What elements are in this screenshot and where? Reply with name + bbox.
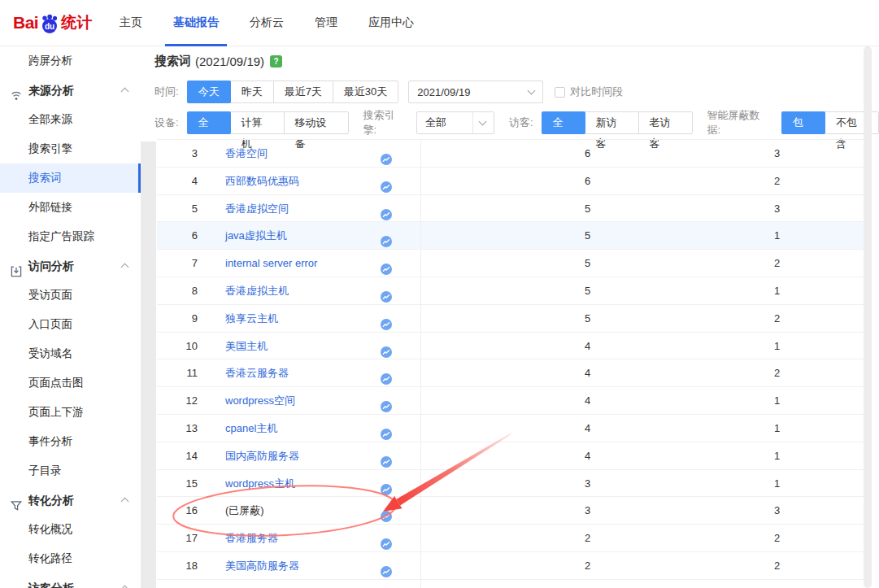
time-option-0[interactable]: 今天 <box>187 81 231 103</box>
search-term-link[interactable]: 西部数码优惠码 <box>225 168 299 195</box>
trend-chart-icon[interactable] <box>381 313 392 324</box>
nav-tab-home[interactable]: 主页 <box>111 0 150 46</box>
table-row: 5香港虚拟空间53 <box>157 195 866 223</box>
sidebar-item-cross-screen-analysis[interactable]: 跨屏分析 <box>0 46 141 76</box>
sidebar-item-label: 事件分析 <box>28 427 72 456</box>
search-term-link[interactable]: 国内高防服务器 <box>225 442 299 470</box>
sidebar-item-label: 页面上下游 <box>28 398 84 427</box>
time-option-1[interactable]: 昨天 <box>230 81 273 102</box>
trend-chart-icon[interactable] <box>381 505 392 516</box>
search-term-link[interactable]: 香港虚拟空间 <box>225 195 289 223</box>
search-term-link[interactable]: 美国主机 <box>225 333 268 360</box>
search-term-link[interactable]: 香港空间 <box>225 140 268 168</box>
time-option-3[interactable]: 最近30天 <box>333 81 398 102</box>
trend-chart-icon[interactable] <box>381 395 392 407</box>
sidebar-item-search-terms[interactable]: 搜索词 <box>0 163 141 193</box>
row-rank: 4 <box>157 168 198 195</box>
shield-option-0[interactable]: 包含 <box>781 111 825 134</box>
row-rank: 3 <box>157 140 198 168</box>
trend-chart-icon[interactable] <box>381 148 392 159</box>
device-option-2[interactable]: 移动设备 <box>284 112 348 133</box>
sidebar-item-source-analysis[interactable]: 来源分析 <box>0 76 141 105</box>
visitor-option-2[interactable]: 老访客 <box>638 112 692 133</box>
search-term-link[interactable]: 美国高防服务器 <box>225 552 299 580</box>
visitor-option-1[interactable]: 新访客 <box>585 112 638 133</box>
metric-value-1: 6 <box>420 168 755 194</box>
trend-chart-icon[interactable] <box>381 203 392 215</box>
trend-chart-icon[interactable] <box>381 285 392 297</box>
time-option-2[interactable]: 最近7天 <box>273 81 333 102</box>
sidebar-item-visitor-analysis[interactable]: 访客分析 <box>0 573 141 588</box>
table-row: 18美国高防服务器22 <box>157 552 866 580</box>
trend-chart-icon[interactable] <box>381 451 392 462</box>
nav-tab-analytics-cloud[interactable]: 分析云 <box>242 0 292 46</box>
sidebar-item-event-analysis[interactable]: 事件分析 <box>0 427 141 456</box>
trend-chart-icon[interactable] <box>381 176 392 187</box>
row-rank: 11 <box>157 359 198 387</box>
search-term-link[interactable]: 香港云服务器 <box>225 359 289 387</box>
trend-chart-icon[interactable] <box>381 478 392 490</box>
nav-tab-management[interactable]: 管理 <box>307 0 346 46</box>
metric-value-1: 6 <box>420 140 755 167</box>
time-range-group: 今天昨天最近7天最近30天 <box>187 81 399 103</box>
row-metrics: 53 <box>420 195 866 222</box>
search-term-link[interactable]: wordpress主机 <box>225 470 295 498</box>
sidebar-item-visited-pages[interactable]: 受访页面 <box>0 281 141 310</box>
compare-checkbox[interactable] <box>555 87 565 98</box>
nav-tab-basic-report[interactable]: 基础报告 <box>165 0 227 46</box>
search-term-link[interactable]: 香港服务器 <box>225 525 278 552</box>
sidebar-item-conversion-analysis[interactable]: 转化分析 <box>0 486 141 515</box>
search-term-link[interactable]: java虚拟主机 <box>225 222 287 250</box>
trend-chart-icon[interactable] <box>381 423 392 434</box>
sidebar-item-ad-tracking[interactable]: 指定广告跟踪 <box>0 222 141 251</box>
date-picker[interactable]: 2021/09/19 <box>408 81 543 103</box>
baidu-tongji-logo[interactable]: Bai du 统计 <box>0 12 99 34</box>
metric-value-2: 3 <box>755 195 866 222</box>
trend-chart-icon[interactable] <box>381 368 392 379</box>
device-option-1[interactable]: 计算机 <box>230 112 284 133</box>
chevron-up-icon <box>121 498 129 506</box>
trend-chart-icon[interactable] <box>381 230 392 242</box>
sidebar-item-visited-domains[interactable]: 受访域名 <box>0 339 141 368</box>
trend-chart-icon[interactable] <box>381 560 392 572</box>
table-row: 4西部数码优惠码62 <box>157 168 866 195</box>
search-term-link[interactable]: cpanel主机 <box>225 415 277 442</box>
table-row: 7internal server error52 <box>157 250 866 277</box>
chevron-up-icon <box>121 88 129 96</box>
sidebar-item-subdirectory[interactable]: 子目录 <box>0 456 141 486</box>
nav-tab-app-center[interactable]: 应用中心 <box>360 0 422 46</box>
sidebar-item-label: 来源分析 <box>28 76 74 105</box>
time-filter-label: 时间: <box>154 85 179 99</box>
sidebar-item-search-engines[interactable]: 搜索引擎 <box>0 134 141 163</box>
metric-value-2: 1 <box>755 222 866 249</box>
trend-chart-icon[interactable] <box>381 533 392 544</box>
search-term-link[interactable]: 独享云主机 <box>225 305 278 333</box>
sidebar-item-external-links[interactable]: 外部链接 <box>0 193 141 222</box>
trend-chart-icon[interactable] <box>381 258 392 269</box>
page-scrollbar[interactable] <box>864 46 872 588</box>
sidebar-item-all-sources[interactable]: 全部来源 <box>0 105 141 134</box>
row-rank: 5 <box>157 195 198 223</box>
help-icon[interactable]: ? <box>270 55 282 68</box>
search-term-link[interactable]: 香港虚拟主机 <box>225 277 289 305</box>
row-metrics: 33 <box>420 497 866 524</box>
chevron-up-icon <box>121 264 129 272</box>
search-term-link[interactable]: wordpress空间 <box>225 387 295 415</box>
shield-filter-label: 智能屏蔽数据: <box>707 108 773 137</box>
left-scrollbar[interactable] <box>141 142 156 588</box>
trend-chart-icon[interactable] <box>381 341 392 352</box>
table-row: 8香港虚拟主机51 <box>157 277 866 305</box>
sidebar-item-conversion-overview[interactable]: 转化概况 <box>0 515 141 544</box>
search-term-link[interactable]: internal server error <box>225 250 317 277</box>
sidebar-item-visit-analysis[interactable]: 访问分析 <box>0 251 141 281</box>
sidebar-item-label: 搜索引擎 <box>28 134 72 163</box>
visitor-option-0[interactable]: 全部 <box>542 111 585 134</box>
search-engine-select[interactable]: 全部 <box>416 111 494 134</box>
table-row: 15wordpress主机31 <box>157 470 866 498</box>
sidebar-item-conversion-path[interactable]: 转化路径 <box>0 544 141 573</box>
device-option-0[interactable]: 全部 <box>187 111 231 134</box>
sidebar-item-entry-pages[interactable]: 入口页面 <box>0 310 141 339</box>
sidebar-item-page-flow[interactable]: 页面上下游 <box>0 398 141 427</box>
sidebar-item-page-click-map[interactable]: 页面点击图 <box>0 368 141 398</box>
metric-value-2: 1 <box>755 442 866 469</box>
